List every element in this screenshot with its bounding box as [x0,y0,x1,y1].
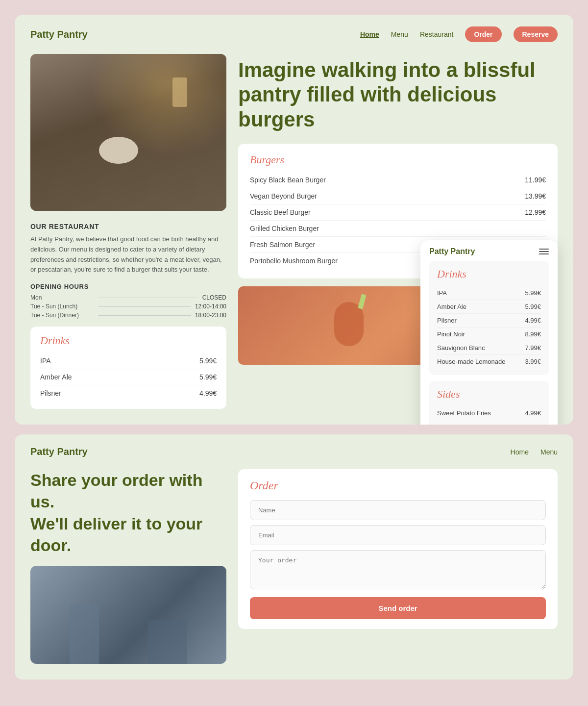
hours-line-dinner [98,315,191,316]
mobile-item-price: 3.99€ [525,358,541,365]
mobile-drinks-category: Drinks [437,268,541,280]
hours-row-lunch: Tue - Sun (Lunch) 12:00-14:00 [30,303,226,310]
opening-hours-block: OPENING HOURS Mon CLOSED Tue - Sun (Lunc… [30,283,226,319]
menu-item-price: 5.99€ [199,373,217,381]
menu-item: Classic Beef Burger12.99€ [250,204,546,221]
restaurant-heading: OUR RESTAURANT [30,223,226,230]
bottom-card: Patty Pantry Home Menu Share your order … [15,434,573,680]
reserve-button[interactable]: Reserve [514,26,558,42]
order-button[interactable]: Order [465,26,501,42]
hours-value-mon: CLOSED [202,294,226,301]
hamburger-line-2 [539,251,549,252]
name-input[interactable] [250,500,546,520]
mobile-item-name: Sauvignon Blanc [437,344,485,352]
menu-item: Vegan Beyond Burger13.99€ [250,188,546,204]
mobile-item-name: Pilsner [437,317,457,324]
brand-logo-top: Patty Pantry [30,29,88,40]
drinks-card-small: Drinks IPA5.99€Amber Ale5.99€Pilsner4.99… [30,327,226,409]
mobile-drinks-items: IPA5.99€Amber Ale5.99€Pilsner4.99€Pinot … [437,286,541,368]
menu-item: Spicy Black Bean Burger11.99€ [250,172,546,188]
mobile-side-item: Truffle Parmesan Fries6.99€ [437,420,541,425]
menu-item-name: Classic Beef Burger [250,208,311,216]
hours-row-dinner: Tue - Sun (Dinner) 18:00-23:00 [30,312,226,319]
menu-item-price: 5.99€ [199,357,217,365]
hours-label-dinner: Tue - Sun (Dinner) [30,312,94,319]
mobile-drinks-card: Drinks IPA5.99€Amber Ale5.99€Pilsner4.99… [429,261,549,375]
nav-link-restaurant[interactable]: Restaurant [420,30,453,38]
mobile-side-price: 6.99€ [525,423,541,425]
drinks-category-left: Drinks [40,334,217,347]
order-form-card: Order Send order [238,469,558,629]
menu-item-name: Pilsner [40,389,61,397]
hero-image-inner [30,54,226,211]
mobile-brand-logo: Patty Pantry [429,247,475,256]
menu-item: Pilsner4.99€ [40,385,217,401]
nav-link-menu[interactable]: Menu [391,30,408,38]
mobile-item-name: Pinot Noir [437,330,465,338]
bottom-left: Share your order with us. We'll deliver … [30,469,226,664]
menu-item-name: Vegan Beyond Burger [250,192,317,200]
nav-links-bottom: Home Menu [511,448,558,456]
menu-item: Amber Ale5.99€ [40,369,217,385]
mobile-side-item: Sweet Potato Fries4.99€ [437,406,541,420]
mobile-menu-item: Pinot Noir8.99€ [437,328,541,341]
menu-item-price: 4.99€ [199,389,217,397]
burgers-category: Burgers [250,153,546,166]
mobile-content: Drinks IPA5.99€Amber Ale5.99€Pilsner4.99… [420,261,558,425]
mobile-sides-category: Sides [437,388,541,401]
mobile-item-price: 5.99€ [525,289,541,297]
mobile-item-name: House-made Lemonade [437,358,505,365]
menu-item-name: Fresh Salmon Burger [250,241,315,249]
menu-item-price: 13.99€ [525,192,546,200]
mobile-item-price: 5.99€ [525,303,541,310]
menu-item-name: Grilled Chicken Burger [250,225,319,232]
mobile-item-price: 4.99€ [525,317,541,324]
restaurant-info: OUR RESTAURANT At Patty Pantry, we belie… [30,223,226,319]
menu-item-name: Spicy Black Bean Burger [250,176,326,184]
menu-item-name: IPA [40,357,51,365]
mobile-item-price: 7.99€ [525,344,541,352]
mobile-side-name: Sweet Potato Fries [437,409,491,417]
send-order-button[interactable]: Send order [250,597,546,619]
bottom-city-image [30,566,226,664]
menu-item-name: Amber Ale [40,373,72,381]
nav-link-home[interactable]: Home [360,30,379,38]
info-section: OUR RESTAURANT At Patty Pantry, we belie… [30,223,226,409]
hours-line-mon [98,298,198,298]
hours-label-lunch: Tue - Sun (Lunch) [30,303,94,310]
left-column: OUR RESTAURANT At Patty Pantry, we belie… [30,54,226,409]
mobile-item-name: IPA [437,289,447,297]
bottom-headline: Share your order with us. We'll deliver … [30,469,226,556]
bottom-headline-line1: Share your order with us. [30,471,202,511]
mobile-side-name: Truffle Parmesan Fries [437,423,502,425]
navbar-bottom: Patty Pantry Home Menu [30,446,558,457]
order-textarea[interactable] [250,550,546,589]
mobile-menu-item: IPA5.99€ [437,286,541,300]
bottom-headline-line2: We'll deliver it to your door. [30,514,202,555]
hours-row-mon: Mon CLOSED [30,294,226,301]
hours-line-lunch [98,306,191,307]
mobile-item-price: 8.99€ [525,330,541,338]
nav-bottom-home[interactable]: Home [511,448,529,456]
mobile-overlay-card: Patty Pantry Drinks IPA5.99€Amber Ale5.9… [420,240,558,425]
restaurant-description: At Patty Pantry, we believe that good fo… [30,234,226,275]
hamburger-icon[interactable] [539,249,549,254]
hero-title: Imagine walking into a blissful pantry f… [238,58,558,132]
mobile-side-price: 4.99€ [525,409,541,417]
mobile-menu-item: Sauvignon Blanc7.99€ [437,341,541,355]
hero-restaurant-image [30,54,226,211]
menu-item: IPA5.99€ [40,353,217,369]
bottom-hero: Share your order with us. We'll deliver … [30,469,558,664]
drinks-items-left: IPA5.99€Amber Ale5.99€Pilsner4.99€ [40,353,217,401]
mobile-sides-items: Sweet Potato Fries4.99€Truffle Parmesan … [437,406,541,425]
mobile-sides-card: Sides Sweet Potato Fries4.99€Truffle Par… [429,381,549,425]
top-card: Patty Pantry Home Menu Restaurant Order … [15,15,573,425]
menu-item-name: Portobello Mushroom Burger [250,257,338,265]
order-form-title: Order [250,479,546,492]
nav-bottom-menu[interactable]: Menu [540,448,558,456]
hours-label-mon: Mon [30,294,94,301]
hours-value-dinner: 18:00-23:00 [195,312,226,319]
bottom-section: Patty Pantry Home Menu Share your order … [15,434,573,680]
nav-links-top: Home Menu Restaurant Order Reserve [360,26,558,42]
email-input[interactable] [250,525,546,545]
